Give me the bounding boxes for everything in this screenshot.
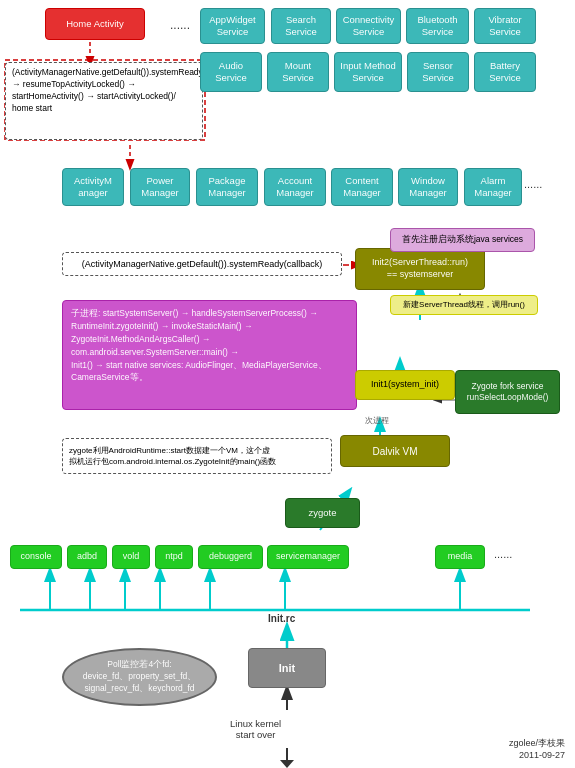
home-activity-box: Home Activity [45,8,145,40]
input-method-service-label: Input Method Service [340,60,396,85]
ellipsis-1: ...... [170,18,190,32]
vibrator-service-label: Vibrator Service [480,14,530,39]
init-main-label: Init [279,661,296,675]
sensor-service-box: Sensor Service [407,52,469,92]
search-service-label: Search Service [277,14,325,39]
debuggerd-box: debuggerd [198,545,263,569]
note-am-default: (ActivityManagerNative.getDefault()).sys… [62,252,342,276]
connectivity-service-box: Connectivity Service [336,8,401,44]
note-first-java-label: 首先注册启动系统java services [402,234,523,246]
note-first-java: 首先注册启动系统java services [390,228,535,252]
audio-service-label: Audio Service [206,60,256,85]
search-service-box: Search Service [271,8,331,44]
media-label: media [448,551,473,563]
init1-label: Init1(system_init) [371,379,439,391]
linux-kernel-label: Linux kernel start over [230,718,281,740]
note-serverthread-label: 新建ServerThread线程，调用run() [403,299,525,310]
zygote-dalvik-label: zygote利用AndroidRuntime::start数据建一个VM，这个虚… [69,445,276,467]
init-rc-label: Init.rc [268,613,295,624]
home-activity-label: Home Activity [66,18,124,30]
zygote-dalvik-note: zygote利用AndroidRuntime::start数据建一个VM，这个虚… [62,438,332,474]
ntpd-label: ntpd [165,551,183,563]
sensor-service-label: Sensor Service [413,60,463,85]
window-manager-label: Window Manager [404,175,452,200]
dalvik-vm-label: Dalvik VM [372,445,417,458]
account-manager-label: Account Manager [270,175,320,200]
author-date: zgolee/李枝果 2011-09-27 [509,737,565,760]
appwidget-service-box: AppWidget Service [200,8,265,44]
appwidget-service-label: AppWidget Service [206,14,259,39]
servicemanager-box: servicemanager [267,545,349,569]
window-manager-box: Window Manager [398,168,458,206]
input-method-service-box: Input Method Service [334,52,402,92]
audio-service-box: Audio Service [200,52,262,92]
activitymanager-label: ActivityM anager [68,175,118,200]
dalvik-vm-box: Dalvik VM [340,435,450,467]
power-manager-box: Power Manager [130,168,190,206]
console-label: console [20,551,51,563]
init2-box: Init2(ServerThread::run) == systemserver [355,248,485,290]
bluetooth-service-label: Bluetooth Service [412,14,463,39]
init1-services-label: 子进程: startSystemServer() → handleSystemS… [71,308,327,382]
ellipsis-managers: ...... [524,178,542,190]
adbd-box: adbd [67,545,107,569]
content-manager-box: Content Manager [331,168,393,206]
alarm-manager-box: Alarm Manager [464,168,522,206]
vold-label: vold [123,551,140,563]
bluetooth-service-box: Bluetooth Service [406,8,469,44]
poll-label: Poll监控若4个fd: device_fd、property_set_fd、 … [83,659,196,695]
author-label: zgolee/李枝果 [509,737,565,750]
activitymanager-box: ActivityM anager [62,168,124,206]
ntpd-box: ntpd [155,545,193,569]
note-am-default-label: (ActivityManagerNative.getDefault()).sys… [82,258,323,271]
poll-note: Poll监控若4个fd: device_fd、property_set_fd、 … [62,648,217,706]
package-manager-box: Package Manager [196,168,258,206]
adbd-label: adbd [77,551,97,563]
vold-box: vold [112,545,150,569]
vibrator-service-box: Vibrator Service [474,8,536,44]
mount-service-label: Mount Service [273,60,323,85]
debuggerd-label: debuggerd [209,551,252,563]
init1-services-note: 子进程: startSystemServer() → handleSystemS… [62,300,357,410]
zygote-box: zygote [285,498,360,528]
content-manager-label: Content Manager [337,175,387,200]
console-box: console [10,545,62,569]
ellipsis-daemons: ...... [494,548,512,560]
media-box: media [435,545,485,569]
linux-kernel-text: Linux kernel start over [230,718,281,740]
zygote-label: zygote [309,507,337,519]
battery-service-label: Battery Service [480,60,530,85]
init1-box: Init1(system_init) [355,370,455,400]
date-label: 2011-09-27 [509,750,565,760]
package-manager-label: Package Manager [202,175,252,200]
power-manager-label: Power Manager [136,175,184,200]
init-main-box: Init [248,648,326,688]
alarm-manager-label: Alarm Manager [470,175,516,200]
note-activity-manager: (ActivityManagerNative.getDefault()).sys… [5,62,203,140]
battery-service-box: Battery Service [474,52,536,92]
account-manager-box: Account Manager [264,168,326,206]
ci-jincheng-label: 次进程 [365,415,389,426]
svg-marker-22 [280,760,294,768]
note-new-serverthread: 新建ServerThread线程，调用run() [390,295,538,315]
zygote-fork-box: Zygote fork service runSelectLoopMode() [455,370,560,414]
zygote-fork-label: Zygote fork service runSelectLoopMode() [467,381,549,403]
mount-service-box: Mount Service [267,52,329,92]
connectivity-service-label: Connectivity Service [342,14,395,39]
init2-label: Init2(ServerThread::run) == systemserver [372,257,468,280]
servicemanager-label: servicemanager [276,551,340,563]
